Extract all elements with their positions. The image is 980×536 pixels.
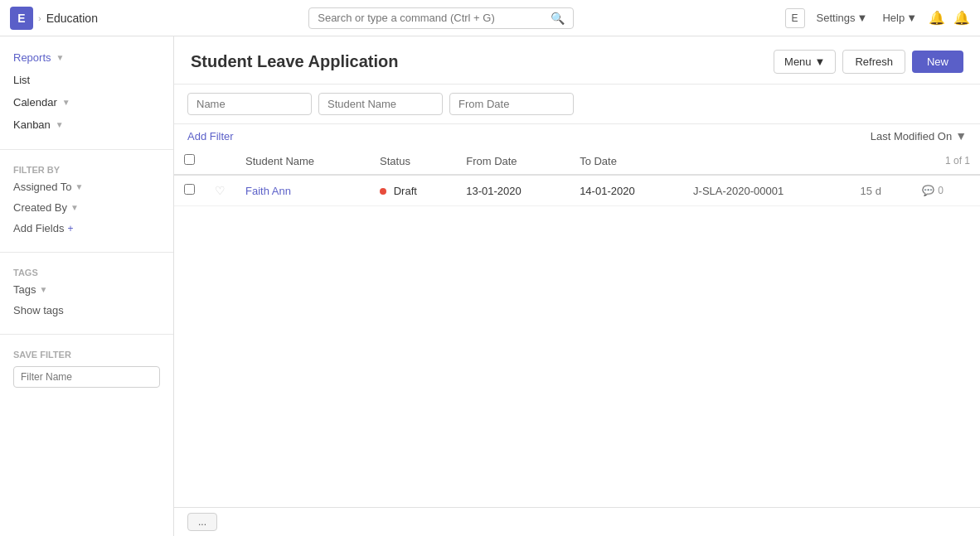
created-by-chevron-icon: ▼	[70, 203, 79, 212]
search-box[interactable]: 🔍	[308, 7, 574, 29]
row-status: Draft	[370, 175, 456, 206]
navbar-brand: E › Education	[10, 7, 98, 30]
assigned-to-chevron-icon: ▼	[75, 182, 84, 191]
from-date-filter-input[interactable]	[449, 93, 574, 115]
page-header: Student Leave Application Menu ▼ Refresh…	[174, 36, 980, 85]
records-table: Student Name Status From Date To Date 1 …	[174, 147, 980, 206]
add-filter-button[interactable]: Add Filter	[187, 130, 234, 142]
filter-name-input[interactable]	[13, 366, 160, 388]
filter-bar	[174, 85, 980, 124]
tags-section-label: TAGS	[0, 261, 173, 279]
new-button[interactable]: New	[912, 51, 963, 73]
from-date-col-header[interactable]: From Date	[456, 147, 570, 175]
name-filter-input[interactable]	[187, 93, 312, 115]
row-checkbox-cell[interactable]	[174, 175, 205, 206]
row-checkbox[interactable]	[184, 184, 195, 195]
page-title: Student Leave Application	[191, 52, 398, 71]
app-icon[interactable]: E	[10, 7, 33, 30]
kanban-chevron-icon: ▼	[56, 120, 64, 129]
sidebar: Reports ▼ List Calendar ▼ Kanban ▼ FILTE…	[0, 36, 174, 536]
content-area: Student Leave Application Menu ▼ Refresh…	[174, 36, 980, 536]
filter-actions-bar: Add Filter Last Modified On ▼	[174, 124, 980, 147]
status-label: Draft	[394, 185, 417, 197]
user-icon-e: E	[785, 8, 805, 28]
sidebar-item-reports-label: Reports	[13, 51, 51, 64]
sidebar-item-list[interactable]: List	[0, 69, 173, 91]
to-date-col-header[interactable]: To Date	[570, 147, 683, 175]
breadcrumb-separator: ›	[38, 13, 41, 23]
filter-by-section: FILTER BY	[0, 158, 173, 176]
sort-direction-icon: ▼	[955, 129, 967, 142]
row-duration: 15 d	[851, 175, 913, 206]
row-doc-id[interactable]: J-SLA-2020-00001	[683, 175, 850, 206]
heart-col-header	[205, 147, 235, 175]
status-col-header[interactable]: Status	[370, 147, 456, 175]
search-icon: 🔍	[551, 12, 565, 25]
add-fields-button[interactable]: Add Fields +	[0, 218, 173, 239]
refresh-button[interactable]: Refresh	[842, 50, 905, 74]
notification-icon[interactable]: 🔔	[953, 10, 970, 26]
select-all-checkbox[interactable]	[184, 154, 195, 165]
doc-id-col-header	[683, 147, 850, 175]
sidebar-item-kanban[interactable]: Kanban ▼	[0, 113, 173, 136]
announcement-icon[interactable]: 🔔	[929, 10, 945, 26]
sidebar-item-calendar-label: Calendar	[13, 96, 57, 109]
created-by-filter[interactable]: Created By ▼	[0, 197, 173, 218]
calendar-chevron-icon: ▼	[62, 98, 70, 107]
search-input[interactable]	[318, 12, 546, 24]
row-from-date: 13-01-2020	[456, 175, 570, 206]
help-button[interactable]: Help ▼	[879, 10, 920, 26]
student-name-filter-input[interactable]	[318, 93, 443, 115]
menu-chevron-icon: ▼	[815, 56, 826, 68]
reports-chevron-icon: ▼	[56, 53, 65, 62]
heart-icon[interactable]: ♡	[215, 184, 226, 197]
settings-chevron-icon: ▼	[857, 12, 868, 24]
header-actions: Menu ▼ Refresh New	[774, 50, 963, 74]
save-filter-label: SAVE FILTER	[0, 343, 173, 361]
table-container: Student Name Status From Date To Date 1 …	[174, 147, 980, 507]
add-fields-plus-icon: +	[67, 223, 73, 234]
table-row: ♡ Faith Ann Draft 13-01-2020 14-01-2020 …	[174, 175, 980, 206]
select-all-header[interactable]	[174, 147, 205, 175]
tags-filter[interactable]: Tags ▼	[0, 279, 173, 300]
status-dot	[380, 188, 386, 195]
row-heart-cell[interactable]: ♡	[205, 175, 235, 206]
menu-button[interactable]: Menu ▼	[774, 50, 836, 74]
assigned-to-filter[interactable]: Assigned To ▼	[0, 176, 173, 197]
table-body: ♡ Faith Ann Draft 13-01-2020 14-01-2020 …	[174, 175, 980, 206]
bottom-action-button[interactable]: ...	[187, 513, 217, 531]
navbar-right: E Settings ▼ Help ▼ 🔔 🔔	[785, 8, 970, 28]
navbar-search-area: 🔍	[104, 7, 779, 29]
last-modified-sort[interactable]: Last Modified On ▼	[871, 129, 967, 142]
sidebar-item-calendar[interactable]: Calendar ▼	[0, 91, 173, 113]
main-container: Reports ▼ List Calendar ▼ Kanban ▼ FILTE…	[0, 36, 980, 536]
tags-chevron-icon: ▼	[39, 285, 47, 294]
help-chevron-icon: ▼	[906, 12, 917, 24]
comment-count: 0	[938, 185, 944, 196]
show-tags-button[interactable]: Show tags	[0, 300, 173, 321]
sidebar-item-list-label: List	[13, 74, 30, 86]
row-comments: 💬 0	[912, 175, 980, 206]
table-header-row: Student Name Status From Date To Date 1 …	[174, 147, 980, 175]
comment-icon: 💬	[922, 185, 934, 196]
student-name-col-header[interactable]: Student Name	[235, 147, 370, 175]
duration-col-header	[851, 147, 913, 175]
sidebar-item-kanban-label: Kanban	[13, 118, 51, 131]
row-student-name[interactable]: Faith Ann	[235, 175, 370, 206]
app-name: Education	[46, 12, 98, 25]
settings-button[interactable]: Settings ▼	[813, 10, 871, 26]
bottom-bar: ...	[174, 507, 980, 536]
sidebar-item-reports[interactable]: Reports ▼	[0, 46, 173, 69]
row-to-date: 14-01-2020	[570, 175, 683, 206]
navbar: E › Education 🔍 E Settings ▼ Help ▼ 🔔 🔔	[0, 0, 980, 36]
count-header: 1 of 1	[912, 147, 980, 175]
